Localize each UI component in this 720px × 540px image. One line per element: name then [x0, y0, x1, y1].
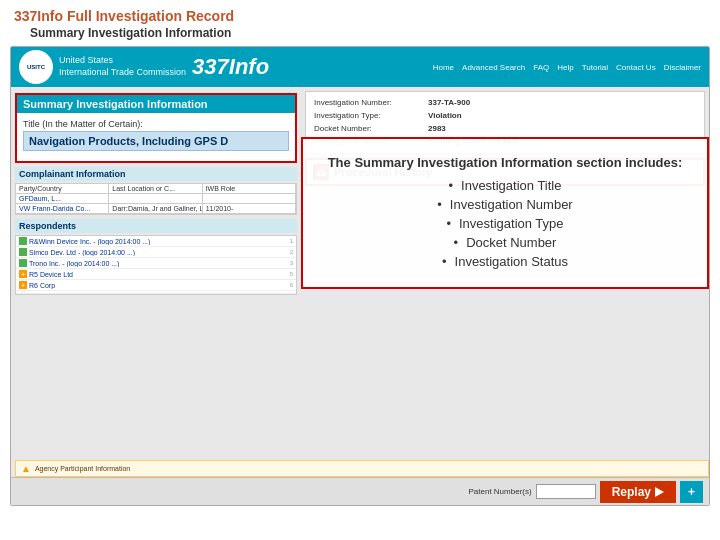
list-item: Investigation Number [323, 195, 687, 214]
list-item: Investigation Type [323, 214, 687, 233]
overlay-bullet-list: Investigation Title Investigation Number… [323, 176, 687, 271]
inv-number-value: 337-TA-900 [428, 97, 470, 110]
inv-type-label: Investigation Type: [314, 110, 424, 123]
list-item: Docket Number [323, 233, 687, 252]
page-title: 337Info Full Investigation Record [14, 8, 706, 24]
grid-cell: VW Frann-Darida Co... [16, 204, 109, 214]
nav-tutorial[interactable]: Tutorial [582, 63, 608, 72]
row-number: 3 [290, 260, 293, 266]
grid-cell: GFDaum, L... [16, 194, 109, 204]
site-nav-links: Home Advanced Search FAQ Help Tutorial C… [433, 63, 701, 72]
patent-field-label: Patent Number(s) [468, 487, 531, 496]
check-icon [19, 248, 27, 256]
inv-number-label: Investigation Number: [314, 97, 424, 110]
check-icon [19, 259, 27, 267]
row-number: 5 [290, 271, 293, 277]
site-logo-area: USITC United StatesInternational Trade C… [19, 50, 269, 84]
nav-contact[interactable]: Contact Us [616, 63, 656, 72]
title-field-value: Navigation Products, Including GPS D [23, 131, 289, 151]
nav-advanced-search[interactable]: Advanced Search [462, 63, 525, 72]
nav-disclaimer[interactable]: Disclaimer [664, 63, 701, 72]
summary-box-title: Summary Investigation Information [17, 95, 295, 113]
nav-home[interactable]: Home [433, 63, 454, 72]
grid-cell [109, 194, 202, 204]
usitc-seal: USITC [19, 50, 53, 84]
grid-cell [203, 194, 296, 204]
respondent-name[interactable]: R&Winn Device Inc. - (logo 2014:00 ...) [29, 238, 288, 245]
main-content: Summary Investigation Information Title … [11, 87, 709, 505]
plus-icon: + [19, 281, 27, 289]
inv-docket-value: 2983 [428, 123, 446, 136]
check-icon [19, 237, 27, 245]
page-header: 337Info Full Investigation Record Summar… [0, 0, 720, 42]
site-brand: 337Info [192, 54, 269, 80]
patent-number-input[interactable] [536, 484, 596, 499]
title-field-label: Title (In the Matter of Certain): [23, 119, 289, 129]
list-item: Trono Inc. - (logo 2014:00 ...) 3 [16, 258, 296, 269]
site-nav: USITC United StatesInternational Trade C… [11, 47, 709, 87]
next-button[interactable]: + [680, 481, 703, 503]
list-item: + R6 Corp 6 [16, 280, 296, 291]
info-row-type: Investigation Type: Violation [314, 110, 696, 123]
info-row-number: Investigation Number: 337-TA-900 [314, 97, 696, 110]
replay-label: Replay [612, 485, 651, 499]
overlay-intro-text: The Summary Investigation Information se… [323, 155, 687, 170]
list-item [16, 291, 296, 294]
respondent-name[interactable]: R6 Corp [29, 282, 288, 289]
right-panel: Investigation Number: 337-TA-900 Investi… [301, 87, 709, 505]
respondent-name[interactable]: Simco Dev. Ltd - (logo 2014:00 ...) [29, 249, 288, 256]
respondents-section: Respondents R&Winn Device Inc. - (logo 2… [15, 219, 297, 295]
list-item: Investigation Status [323, 252, 687, 271]
grid-cell: Darr:Damia, Jr and Gallner, LP [109, 204, 202, 214]
inv-docket-label: Docket Number: [314, 123, 424, 136]
row-number: 1 [290, 238, 293, 244]
inv-type-value: Violation [428, 110, 462, 123]
replay-button[interactable]: Replay [600, 481, 676, 503]
info-row-docket: Docket Number: 2983 [314, 123, 696, 136]
row-number: 6 [290, 282, 293, 288]
respondents-header: Respondents [15, 219, 297, 233]
left-panel: Summary Investigation Information Title … [11, 87, 301, 505]
grid-cell: Last Location or C... [109, 184, 202, 194]
agency-participant-info: ▲ Agency Participant Information [15, 460, 709, 477]
play-icon [655, 487, 664, 497]
overlay-info-box: The Summary Investigation Information se… [301, 137, 709, 289]
row-number: 2 [290, 249, 293, 255]
summary-investigation-box: Summary Investigation Information Title … [15, 93, 297, 163]
page-subtitle: Summary Investigation Information [30, 26, 706, 40]
plus-icon: + [19, 270, 27, 278]
respondent-name[interactable]: Trono Inc. - (logo 2014:00 ...) [29, 260, 288, 267]
site-logo-text: United StatesInternational Trade Commiss… [59, 55, 186, 78]
warning-icon: ▲ [21, 463, 31, 474]
nav-faq[interactable]: FAQ [533, 63, 549, 72]
bottom-bar: Patent Number(s) Replay + [11, 477, 709, 505]
complainant-grid: Party/Country Last Location or C... IWB … [15, 183, 297, 215]
list-item: + R5 Device Ltd 5 [16, 269, 296, 280]
list-item: R&Winn Device Inc. - (logo 2014:00 ...) … [16, 236, 296, 247]
complainant-header: Complainant Information [15, 167, 297, 181]
agency-info-label: Agency Participant Information [35, 465, 130, 472]
browser-window: USITC United StatesInternational Trade C… [10, 46, 710, 506]
grid-cell: Party/Country [16, 184, 109, 194]
respondent-list: R&Winn Device Inc. - (logo 2014:00 ...) … [15, 235, 297, 295]
respondent-name[interactable]: R5 Device Ltd [29, 271, 288, 278]
nav-help[interactable]: Help [557, 63, 573, 72]
grid-cell: IWB Role [203, 184, 296, 194]
grid-cell: 11/2010- [203, 204, 296, 214]
list-item: Investigation Title [323, 176, 687, 195]
complainant-section: Complainant Information Party/Country La… [15, 167, 297, 215]
list-item: Simco Dev. Ltd - (logo 2014:00 ...) 2 [16, 247, 296, 258]
